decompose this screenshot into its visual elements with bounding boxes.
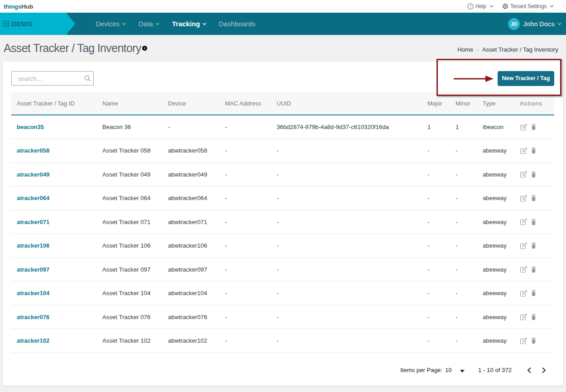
svg-text:?: ? — [469, 4, 471, 9]
